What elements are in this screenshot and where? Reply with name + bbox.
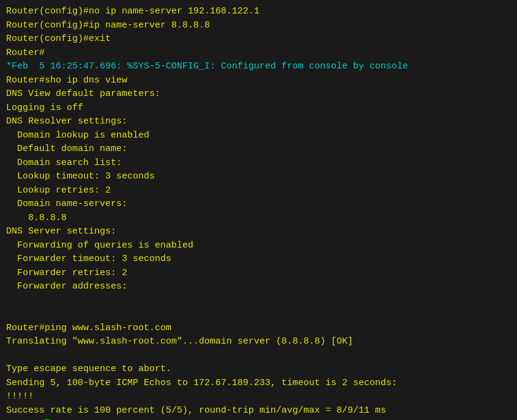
terminal-line: Forwarder addresses: [6, 280, 511, 294]
terminal-line: Forwarder timeout: 3 seconds [6, 252, 511, 267]
terminal-line: Lookup retries: 2 [6, 184, 511, 198]
terminal-line: Sending 5, 100-byte ICMP Echos to 172.67… [6, 377, 511, 391]
terminal-line: Router#sho ip dns view [6, 74, 511, 88]
terminal-line: Router(config)#exit [6, 32, 511, 46]
terminal-line: Router(config)#no ip name-server 192.168… [6, 5, 511, 19]
terminal-line: Domain search list: [6, 157, 511, 171]
terminal-line: DNS View default parameters: [6, 87, 511, 101]
terminal-line: Router#ping www.slash-root.com [6, 322, 511, 336]
terminal-line: Router# [6, 46, 511, 61]
terminal-line: DNS Server settings: [6, 225, 511, 239]
terminal-line: Domain lookup is enabled [6, 129, 511, 143]
terminal-line: Router# [6, 418, 511, 420]
terminal-line: Domain name-servers: [6, 197, 511, 212]
terminal-line: !!!!! [6, 390, 511, 404]
terminal-line: 8.8.8.8 [6, 212, 511, 226]
terminal-line: Translating "www.slash-root.com"...domai… [6, 335, 511, 349]
terminal-line: Default domain name: [6, 142, 511, 157]
terminal-line: Type escape sequence to abort. [6, 363, 511, 377]
terminal-line: Forwarder retries: 2 [6, 267, 511, 281]
terminal-line: Forwarding of queries is enabled [6, 239, 511, 253]
terminal-window: Router(config)#no ip name-server 192.168… [0, 0, 517, 420]
terminal-line: Logging is off [6, 101, 511, 116]
terminal-line: *Feb 5 16:25:47.696: %SYS-5-CONFIG_I: Co… [6, 60, 511, 74]
terminal-line: Lookup timeout: 3 seconds [6, 170, 511, 184]
terminal-line: DNS Resolver settings: [6, 115, 511, 129]
terminal-line: Router(config)#ip name-server 8.8.8.8 [6, 19, 511, 33]
terminal-line: Success rate is 100 percent (5/5), round… [6, 404, 511, 418]
